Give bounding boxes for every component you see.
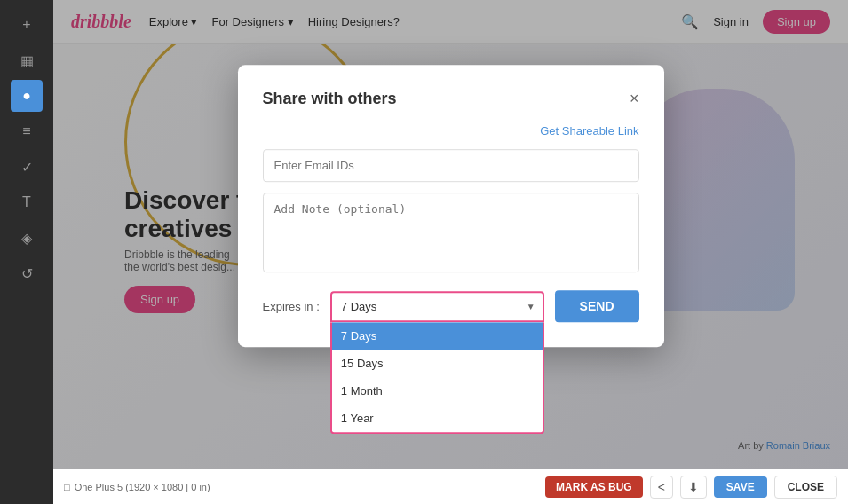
mark-as-bug-button[interactable]: MARK AS BUG bbox=[545, 476, 643, 498]
expires-label: Expires in : bbox=[263, 300, 320, 313]
add-icon[interactable]: + bbox=[11, 9, 43, 41]
close-button[interactable]: CLOSE bbox=[774, 476, 837, 499]
dropdown-item-7days[interactable]: 7 Days bbox=[332, 322, 543, 350]
device-icon: □ bbox=[64, 482, 70, 492]
text-icon[interactable]: T bbox=[11, 186, 43, 218]
modal-header: Share with others × bbox=[263, 90, 639, 108]
email-input[interactable] bbox=[263, 149, 639, 182]
modal-close-button[interactable]: × bbox=[630, 90, 639, 108]
left-toolbar: + ▦ ● ≡ ✓ T ◈ ↺ bbox=[0, 0, 53, 504]
layers-icon[interactable]: ≡ bbox=[11, 115, 43, 147]
bottom-actions: MARK AS BUG < ⬇ SAVE CLOSE bbox=[545, 476, 837, 499]
grid-icon[interactable]: ▦ bbox=[11, 44, 43, 76]
circle-icon[interactable]: ● bbox=[11, 80, 43, 112]
expires-select[interactable]: 7 Days 15 Days 1 Month 1 Year bbox=[330, 291, 544, 322]
note-textarea[interactable] bbox=[263, 193, 639, 272]
undo-icon[interactable]: ↺ bbox=[11, 257, 43, 289]
device-info: □ One Plus 5 (1920 × 1080 | 0 in) bbox=[64, 482, 210, 492]
share-icon-button[interactable]: < bbox=[650, 476, 673, 499]
expires-select-wrapper: 7 Days 15 Days 1 Month 1 Year ▼ 7 Days 1… bbox=[330, 291, 544, 322]
get-shareable-link[interactable]: Get Shareable Link bbox=[540, 124, 638, 138]
share-modal: Share with others × Get Shareable Link E… bbox=[238, 65, 664, 347]
check-icon[interactable]: ✓ bbox=[11, 151, 43, 183]
fill-icon[interactable]: ◈ bbox=[11, 222, 43, 254]
modal-title: Share with others bbox=[263, 90, 397, 108]
modal-footer: Expires in : 7 Days 15 Days 1 Month 1 Ye… bbox=[263, 290, 639, 322]
dropdown-item-1month[interactable]: 1 Month bbox=[332, 377, 543, 405]
dropdown-item-15days[interactable]: 15 Days bbox=[332, 350, 543, 377]
device-label: One Plus 5 (1920 × 1080 | 0 in) bbox=[75, 482, 210, 492]
shareable-link-container: Get Shareable Link bbox=[263, 122, 639, 138]
dropdown-item-1year[interactable]: 1 Year bbox=[332, 405, 543, 432]
bottom-bar: □ One Plus 5 (1920 × 1080 | 0 in) MARK A… bbox=[53, 469, 848, 504]
download-icon-button[interactable]: ⬇ bbox=[680, 476, 707, 499]
send-button[interactable]: SEND bbox=[555, 290, 639, 322]
save-button[interactable]: SAVE bbox=[714, 476, 767, 498]
expires-dropdown: 7 Days 15 Days 1 Month 1 Year bbox=[330, 322, 544, 434]
main-area: dribbble Explore ▾ For Designers ▾ Hirin… bbox=[53, 0, 848, 469]
